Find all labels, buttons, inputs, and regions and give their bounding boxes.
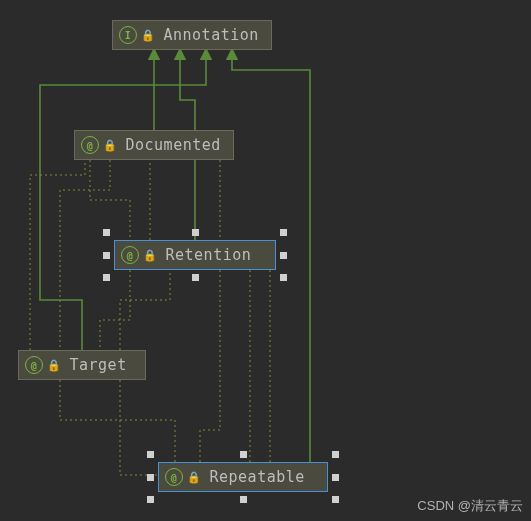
resize-handle[interactable] xyxy=(192,229,199,236)
dependency-edge xyxy=(120,270,170,350)
resize-handle[interactable] xyxy=(147,451,154,458)
resize-handle[interactable] xyxy=(147,496,154,503)
resize-handle[interactable] xyxy=(192,274,199,281)
annotation-icon: @ xyxy=(25,356,43,374)
resize-handle[interactable] xyxy=(240,451,247,458)
node-label: Target xyxy=(70,356,127,374)
resize-handle[interactable] xyxy=(280,274,287,281)
dependency-edge xyxy=(100,270,130,350)
dependency-edge xyxy=(60,380,175,462)
node-target[interactable]: @ 🔒 Target xyxy=(18,350,146,380)
lock-icon: 🔒 xyxy=(143,249,158,262)
dependency-edge xyxy=(60,160,110,350)
node-documented[interactable]: @ 🔒 Documented xyxy=(74,130,234,160)
lock-icon: 🔒 xyxy=(47,359,62,372)
node-label: Repeatable xyxy=(210,468,305,486)
resize-handle[interactable] xyxy=(240,496,247,503)
node-label: Retention xyxy=(166,246,252,264)
dependency-edge xyxy=(30,160,85,350)
resize-handle[interactable] xyxy=(103,274,110,281)
interface-icon: I xyxy=(119,26,137,44)
resize-handle[interactable] xyxy=(332,496,339,503)
resize-handle[interactable] xyxy=(280,252,287,259)
lock-icon: 🔒 xyxy=(187,471,202,484)
lock-icon: 🔒 xyxy=(103,139,118,152)
lock-icon: 🔒 xyxy=(141,29,156,42)
node-label: Documented xyxy=(126,136,221,154)
diagram-canvas[interactable]: { "nodes": { "annotation": { "label": "A… xyxy=(0,0,531,521)
resize-handle[interactable] xyxy=(280,229,287,236)
inheritance-edge xyxy=(40,50,206,350)
resize-handle[interactable] xyxy=(147,474,154,481)
annotation-icon: @ xyxy=(81,136,99,154)
node-annotation[interactable]: I 🔒 Annotation xyxy=(112,20,272,50)
annotation-icon: @ xyxy=(121,246,139,264)
resize-handle[interactable] xyxy=(103,229,110,236)
dependency-edge xyxy=(120,380,175,475)
dependency-edge xyxy=(200,160,220,462)
node-label: Annotation xyxy=(164,26,259,44)
node-repeatable[interactable]: @ 🔒 Repeatable xyxy=(158,462,328,492)
resize-handle[interactable] xyxy=(332,451,339,458)
annotation-icon: @ xyxy=(165,468,183,486)
watermark: CSDN @清云青云 xyxy=(417,497,523,515)
resize-handle[interactable] xyxy=(332,474,339,481)
node-retention[interactable]: @ 🔒 Retention xyxy=(114,240,276,270)
resize-handle[interactable] xyxy=(103,252,110,259)
